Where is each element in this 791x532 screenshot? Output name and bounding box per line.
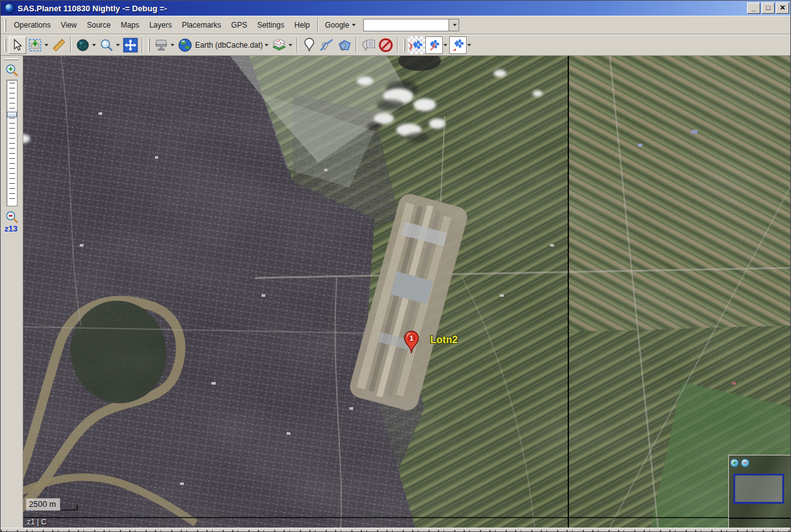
- window-title: SAS.Planet 110830 Nightly -= Debug =-: [18, 4, 746, 13]
- chevron-down-icon[interactable]: [443, 44, 447, 46]
- zoom-out-icon[interactable]: [5, 210, 19, 224]
- gps-connect-button[interactable]: [425, 36, 443, 54]
- chevron-down-icon: [352, 24, 356, 26]
- combobox-drop-button[interactable]: [449, 19, 459, 31]
- chevron-down-icon: [453, 24, 457, 26]
- separator: [70, 38, 72, 53]
- zoom-slider-handle[interactable]: [7, 112, 17, 117]
- app-globe-icon: [4, 3, 14, 13]
- selection-manager-button[interactable]: [26, 36, 44, 54]
- search-icon: [100, 38, 114, 52]
- chevron-down-icon[interactable]: [171, 44, 174, 46]
- layers-button[interactable]: [270, 36, 288, 54]
- placemark-label[interactable]: Lotn2: [430, 334, 458, 346]
- download-manager-button[interactable]: [152, 36, 170, 54]
- separator: [297, 38, 298, 53]
- measure-distance-button[interactable]: [50, 36, 68, 54]
- menu-settings[interactable]: Settings: [252, 18, 289, 32]
- add-placemark-button[interactable]: [300, 36, 318, 54]
- menu-bar: Operations View Source Maps Layers Place…: [1, 16, 791, 35]
- chevron-down-icon[interactable]: [92, 44, 96, 46]
- polygon-icon: [337, 38, 352, 53]
- fullscreen-icon: [123, 38, 138, 53]
- earth-globe-icon: [178, 38, 193, 53]
- map-source-label: Earth (dbCache.dat): [195, 41, 263, 50]
- minimap-zoom-in-icon[interactable]: +: [730, 459, 739, 467]
- search-combobox: [363, 19, 459, 31]
- chevron-down-icon[interactable]: [467, 44, 471, 46]
- scale-tick: [61, 504, 78, 511]
- minimap-panel[interactable]: + −: [728, 455, 791, 528]
- toolbar-grip[interactable]: [403, 39, 405, 51]
- placemark-manager-button[interactable]: [359, 36, 377, 54]
- menu-view[interactable]: View: [56, 18, 82, 32]
- dark-globe-icon: [76, 38, 90, 52]
- fullscreen-button[interactable]: [122, 36, 139, 54]
- menu-gps[interactable]: GPS: [226, 18, 252, 32]
- maximize-button[interactable]: □: [762, 3, 775, 14]
- gps-satellite-signal-icon: [409, 38, 424, 53]
- satellite-imagery: [23, 56, 791, 528]
- menu-maps[interactable]: Maps: [116, 18, 144, 32]
- ban-icon: [378, 38, 393, 53]
- scale-bar: 2500 m: [26, 498, 78, 511]
- map-viewport[interactable]: 1 Lotn2 2500 m z1 | C + −: [23, 56, 791, 528]
- path-line-icon: [319, 38, 334, 53]
- toolbar-grip[interactable]: [4, 39, 6, 51]
- ruler-icon: [52, 38, 66, 52]
- placemark-number: 1: [410, 334, 413, 342]
- separator: [317, 18, 319, 33]
- title-bar[interactable]: SAS.Planet 110830 Nightly -= Debug =- _ …: [1, 1, 791, 16]
- cursor-arrow-icon: [11, 39, 24, 51]
- search-input[interactable]: [363, 19, 449, 31]
- add-path-button[interactable]: [318, 36, 336, 54]
- menu-operations[interactable]: Operations: [9, 18, 56, 32]
- placemark-pin-icon: [302, 38, 316, 53]
- placemark-pin[interactable]: 1: [402, 331, 421, 354]
- toolbar-grip[interactable]: [4, 19, 6, 31]
- placemark-list-icon: [361, 38, 376, 53]
- status-bar-cropped: [1, 528, 791, 532]
- separator: [142, 38, 143, 53]
- separator: [356, 38, 357, 53]
- zoom-slider-ticks: [9, 83, 15, 203]
- application-window: SAS.Planet 110830 Nightly -= Debug =- _ …: [0, 0, 791, 532]
- map-source-earth-button[interactable]: [176, 36, 194, 54]
- add-polygon-button[interactable]: [336, 36, 353, 54]
- search-tool-button[interactable]: [98, 36, 115, 54]
- gps-satellite-track-icon: [450, 38, 465, 53]
- minimap-zoom-out-icon[interactable]: −: [741, 459, 750, 467]
- zoom-level-label: z13: [4, 224, 18, 233]
- layers-stack-icon: [272, 38, 287, 53]
- chevron-down-icon[interactable]: [45, 44, 48, 46]
- gps-track-button[interactable]: [449, 36, 467, 54]
- menu-help[interactable]: Help: [289, 18, 315, 32]
- minimap-seam-line: [729, 518, 791, 519]
- separator: [397, 38, 398, 53]
- chevron-down-icon[interactable]: [265, 44, 268, 46]
- zoom-slider[interactable]: [6, 80, 18, 206]
- zoom-panel: z13: [1, 56, 23, 528]
- scale-label: 2500 m: [26, 498, 60, 511]
- menu-source[interactable]: Source: [82, 18, 116, 32]
- panel-grip[interactable]: [4, 58, 18, 60]
- minimize-button[interactable]: _: [747, 3, 760, 14]
- gps-satellite-connect-icon: [427, 38, 442, 53]
- google-search-menu[interactable]: Google: [321, 18, 359, 32]
- zoom-in-icon[interactable]: [5, 63, 19, 77]
- download-device-icon: [154, 38, 169, 53]
- map-source-globe-button[interactable]: [74, 36, 92, 54]
- select-tool-button[interactable]: [9, 36, 26, 54]
- menu-layers[interactable]: Layers: [144, 18, 177, 32]
- close-button[interactable]: ✕: [776, 3, 789, 14]
- chevron-down-icon[interactable]: [289, 44, 292, 46]
- selection-rect-icon: [28, 38, 42, 52]
- toolbar-grip[interactable]: [148, 39, 150, 51]
- chevron-down-icon[interactable]: [116, 44, 120, 46]
- map-status-text: z1 | C: [27, 518, 46, 526]
- main-toolbar: Earth (dbCache.dat): [1, 35, 791, 56]
- menu-placemarks[interactable]: Placemarks: [177, 18, 226, 32]
- gps-signal-button[interactable]: [408, 36, 425, 54]
- hide-placemarks-button[interactable]: [377, 36, 395, 54]
- minimap-viewport-rect[interactable]: [733, 474, 784, 504]
